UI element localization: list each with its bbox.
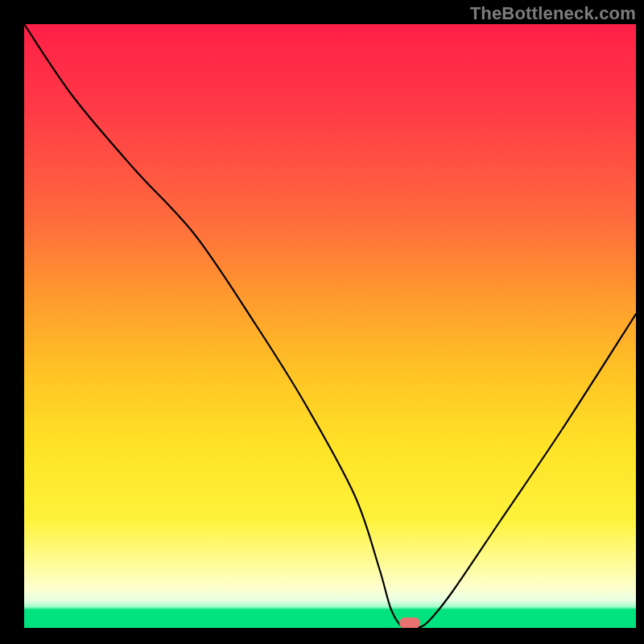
plot-area bbox=[24, 24, 636, 628]
chart-frame: TheBottleneck.com bbox=[0, 0, 644, 644]
curve-path bbox=[24, 24, 636, 628]
watermark-text: TheBottleneck.com bbox=[470, 3, 636, 24]
bottleneck-curve bbox=[24, 24, 636, 628]
optimal-marker bbox=[399, 617, 420, 628]
